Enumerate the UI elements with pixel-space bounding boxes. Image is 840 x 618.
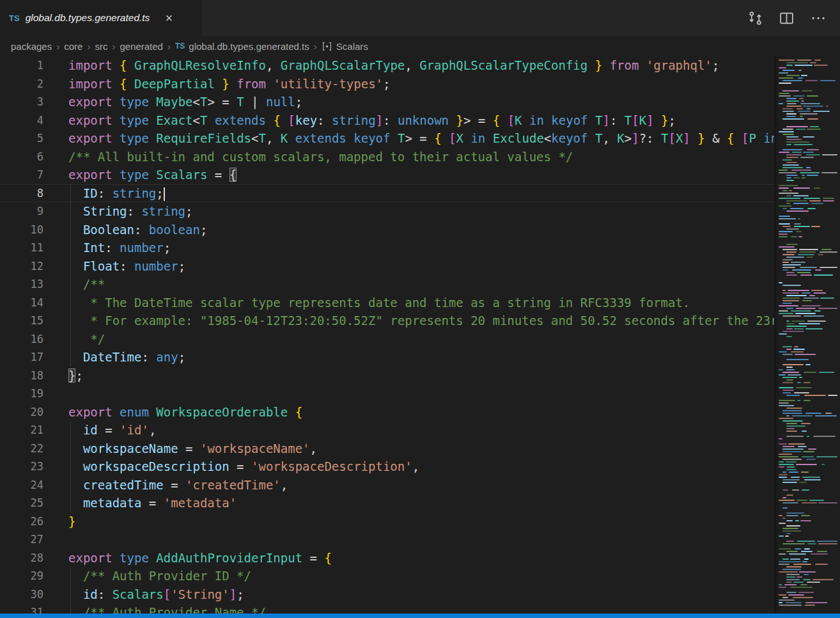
breadcrumb-item-global-db-types-generated-ts[interactable]: TSglobal.db.types.generated.ts	[175, 41, 309, 52]
code-line-23[interactable]: 23 workspaceDescription = 'workspaceDesc…	[0, 457, 774, 476]
code-line-27[interactable]: 27	[0, 530, 774, 549]
code-token	[113, 405, 120, 419]
code-token: ]	[683, 131, 690, 145]
minimap-line	[778, 551, 837, 552]
code-line-29[interactable]: 29 /** Auth Provider ID */	[0, 567, 774, 585]
minimap-line	[778, 200, 837, 202]
code-token: 'String'	[171, 587, 229, 601]
code-line-25[interactable]: 25 metadata = 'metadata'	[0, 494, 774, 512]
code-token: K	[617, 131, 624, 145]
code-token: Int	[83, 241, 105, 255]
minimap-line	[778, 589, 837, 590]
code-line-2[interactable]: 2import { DeepPartial } from 'utility-ty…	[0, 75, 774, 93]
code-line-22[interactable]: 22 workspaceName = 'workspaceName',	[0, 440, 774, 458]
code-line-4[interactable]: 4export type Exact<T extends { [key: str…	[0, 111, 774, 130]
code-line-11[interactable]: 11 Int: number;	[0, 239, 774, 257]
code-token: 'workspaceDescription'	[251, 459, 412, 473]
minimap-line	[778, 251, 837, 253]
minimap-line	[778, 571, 837, 573]
compare-changes-icon[interactable]	[748, 11, 763, 26]
code-token	[288, 131, 295, 145]
code-token: Scalars	[113, 587, 164, 601]
code-line-14[interactable]: 14 * The DateTime scalar type represents…	[0, 294, 774, 312]
code-line-20[interactable]: 20export enum WorkspaceOrderable {	[0, 403, 774, 422]
code-token: ,	[266, 131, 281, 145]
code-line-16[interactable]: 16 */	[0, 330, 774, 349]
code-line-18[interactable]: 18};	[0, 367, 774, 385]
code-token: =	[178, 441, 200, 456]
code-line-26[interactable]: 26}	[0, 512, 774, 531]
minimap-line	[778, 584, 837, 585]
line-number: 25	[0, 494, 43, 512]
minimap-line	[778, 528, 837, 529]
code-line-19[interactable]: 19	[0, 384, 774, 403]
code-line-1[interactable]: 1import { GraphQLResolveInfo, GraphQLSca…	[0, 56, 774, 75]
minimap-line	[778, 556, 837, 557]
code-token: =	[229, 459, 251, 473]
minimap-line	[778, 599, 837, 601]
editor-tab[interactable]: TS global.db.types.generated.ts ×	[0, 0, 202, 36]
minimap-line	[778, 341, 837, 342]
minimap-line	[778, 579, 837, 580]
minimap-line	[778, 454, 837, 455]
code-line-13[interactable]: 13 /**	[0, 275, 774, 294]
minimap-line	[778, 344, 837, 345]
line-number: 4	[0, 111, 43, 130]
code-editor[interactable]: 1import { GraphQLResolveInfo, GraphQLSca…	[0, 56, 774, 614]
breadcrumb-item-scalars[interactable]: Scalars	[322, 41, 368, 52]
code-line-10[interactable]: 10 Boolean: boolean;	[0, 221, 774, 239]
code-token: [	[288, 113, 295, 127]
code-token: enum	[120, 405, 149, 419]
code-line-30[interactable]: 30 id: Scalars['String'];	[0, 585, 774, 604]
code-token: GraphQLResolveInfo	[134, 58, 266, 72]
code-token	[639, 58, 646, 72]
code-line-31[interactable]: 31 /** Auth Provider Name */	[0, 603, 774, 614]
minimap-line	[778, 193, 837, 194]
code-text: workspaceDescription = 'workspaceDescrip…	[43, 457, 774, 476]
code-token: ;	[669, 113, 676, 127]
minimap-line	[778, 111, 837, 112]
minimap-line	[778, 170, 837, 171]
code-line-28[interactable]: 28export type AddAuthProviderInput = {	[0, 549, 774, 567]
breadcrumb-item-packages[interactable]: packages	[11, 41, 52, 52]
more-actions-icon[interactable]: ⋯	[811, 10, 826, 26]
breadcrumb-label: global.db.types.generated.ts	[189, 41, 309, 52]
breadcrumb-separator: ›	[52, 41, 64, 52]
code-token: ?:	[639, 131, 661, 145]
minimap-line	[778, 474, 837, 475]
close-tab-icon[interactable]: ×	[162, 11, 176, 25]
code-token: :	[105, 241, 120, 255]
code-token: ;	[295, 95, 302, 109]
code-text: export type Maybe<T> = T | null;	[43, 93, 774, 111]
minimap-line	[778, 533, 837, 534]
minimap-line	[778, 336, 837, 337]
code-line-3[interactable]: 3export type Maybe<T> = T | null;	[0, 93, 774, 111]
code-line-24[interactable]: 24 createdTime = 'createdTime',	[0, 476, 774, 495]
code-line-21[interactable]: 21 id = 'id',	[0, 421, 774, 440]
code-line-6[interactable]: 6/** All built-in and custom scalars, ma…	[0, 148, 774, 166]
code-text: id: Scalars['String'];	[43, 585, 774, 604]
breadcrumb-item-src[interactable]: src	[95, 41, 107, 52]
code-line-9[interactable]: 9 String: string;	[0, 202, 774, 221]
code-line-15[interactable]: 15 * For example: "1985-04-12T23:20:50.5…	[0, 312, 774, 330]
line-number: 15	[0, 312, 43, 330]
code-line-8[interactable]: 8 ID: string;	[0, 184, 774, 203]
breadcrumb-item-core[interactable]: core	[64, 41, 82, 52]
code-token: {	[273, 113, 280, 127]
code-token: type	[120, 113, 149, 127]
code-line-17[interactable]: 17 DateTime: any;	[0, 348, 774, 367]
code-line-7[interactable]: 7export type Scalars = {	[0, 166, 774, 184]
minimap[interactable]	[774, 56, 840, 614]
code-token: :	[610, 113, 625, 127]
minimap-line	[778, 134, 837, 135]
minimap-line	[778, 292, 837, 294]
code-line-5[interactable]: 5export type RequireFields<T, K extends …	[0, 129, 774, 148]
minimap-line	[778, 582, 837, 583]
code-token: AddAuthProviderInput	[156, 551, 302, 565]
split-editor-icon[interactable]	[779, 11, 794, 26]
breadcrumb-item-generated[interactable]: generated	[120, 41, 163, 52]
code-line-12[interactable]: 12 Float: number;	[0, 257, 774, 276]
minimap-line	[778, 361, 837, 363]
minimap-line	[778, 605, 837, 606]
code-text	[43, 530, 774, 549]
